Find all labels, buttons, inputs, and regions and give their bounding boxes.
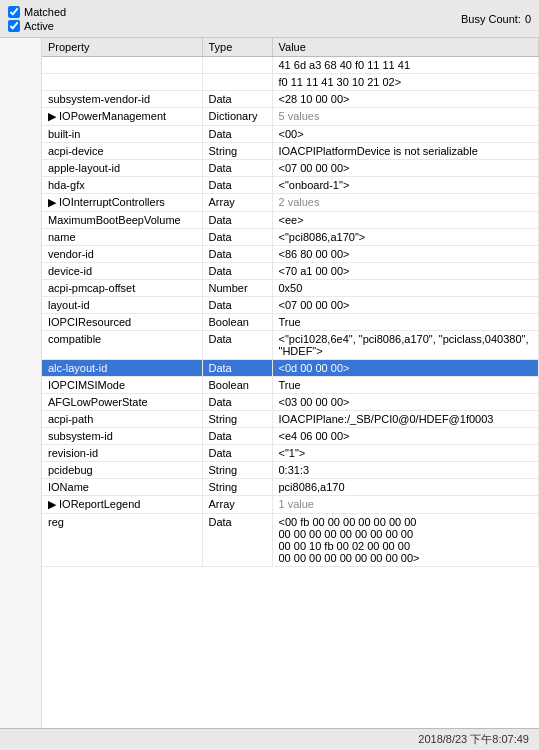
type-cell: Data xyxy=(202,246,272,263)
busy-count-label: Busy Count: xyxy=(461,13,521,25)
type-cell: Boolean xyxy=(202,377,272,394)
type-cell: String xyxy=(202,479,272,496)
table-row[interactable]: ▶ IOReportLegendArray1 value xyxy=(42,496,539,514)
table-row[interactable]: nameData<"pci8086,a170"> xyxy=(42,229,539,246)
property-cell: AFGLowPowerState xyxy=(42,394,202,411)
table-row[interactable]: IOPCIMSIModeBooleanTrue xyxy=(42,377,539,394)
active-checkbox-label[interactable]: Active xyxy=(8,20,66,32)
busy-count-value: 0 xyxy=(525,13,531,25)
table-row[interactable]: MaximumBootBeepVolumeData<ee> xyxy=(42,212,539,229)
table-area[interactable]: Property Type Value 41 6d a3 68 40 f0 11… xyxy=(42,38,539,728)
type-cell: Array xyxy=(202,496,272,514)
value-cell: <07 00 00 00> xyxy=(272,160,539,177)
value-cell: <70 a1 00 00> xyxy=(272,263,539,280)
type-cell: Data xyxy=(202,229,272,246)
property-cell: built-in xyxy=(42,126,202,143)
property-cell: ▶ IOReportLegend xyxy=(42,496,202,514)
property-cell xyxy=(42,74,202,91)
value-cell: <03 00 00 00> xyxy=(272,394,539,411)
table-row[interactable]: acpi-pmcap-offsetNumber0x50 xyxy=(42,280,539,297)
left-panel xyxy=(0,38,42,728)
property-cell: alc-layout-id xyxy=(42,360,202,377)
checkbox-group: Matched Active xyxy=(8,6,66,32)
value-cell: <ee> xyxy=(272,212,539,229)
property-cell: vendor-id xyxy=(42,246,202,263)
value-cell: <86 80 00 00> xyxy=(272,246,539,263)
matched-checkbox-label[interactable]: Matched xyxy=(8,6,66,18)
value-cell: <"pci1028,6e4", "pci8086,a170", "pciclas… xyxy=(272,331,539,360)
table-row[interactable]: revision-idData<"1"> xyxy=(42,445,539,462)
property-cell: acpi-path xyxy=(42,411,202,428)
busy-count-area: Busy Count: 0 xyxy=(461,13,531,25)
type-cell: String xyxy=(202,143,272,160)
property-cell: device-id xyxy=(42,263,202,280)
matched-label: Matched xyxy=(24,6,66,18)
table-row[interactable]: device-idData<70 a1 00 00> xyxy=(42,263,539,280)
col-header-type: Type xyxy=(202,38,272,57)
table-row[interactable]: apple-layout-idData<07 00 00 00> xyxy=(42,160,539,177)
table-row[interactable]: hda-gfxData<"onboard-1"> xyxy=(42,177,539,194)
type-cell: Data xyxy=(202,360,272,377)
table-row[interactable]: layout-idData<07 00 00 00> xyxy=(42,297,539,314)
table-row[interactable]: regData<00 fb 00 00 00 00 00 00 00 00 00… xyxy=(42,514,539,567)
value-cell: <07 00 00 00> xyxy=(272,297,539,314)
table-row[interactable]: IONameStringpci8086,a170 xyxy=(42,479,539,496)
property-cell: IOName xyxy=(42,479,202,496)
property-cell: name xyxy=(42,229,202,246)
property-cell: reg xyxy=(42,514,202,567)
value-cell: IOACPIPlatformDevice is not serializable xyxy=(272,143,539,160)
value-cell: 0:31:3 xyxy=(272,462,539,479)
property-cell: subsystem-id xyxy=(42,428,202,445)
property-cell: hda-gfx xyxy=(42,177,202,194)
type-cell: Data xyxy=(202,263,272,280)
table-row[interactable]: compatibleData<"pci1028,6e4", "pci8086,a… xyxy=(42,331,539,360)
table-row[interactable]: vendor-idData<86 80 00 00> xyxy=(42,246,539,263)
table-row[interactable]: subsystem-idData<e4 06 00 00> xyxy=(42,428,539,445)
active-checkbox[interactable] xyxy=(8,20,20,32)
property-cell: compatible xyxy=(42,331,202,360)
top-bar: Matched Active Busy Count: 0 xyxy=(0,0,539,38)
value-cell: <0d 00 00 00> xyxy=(272,360,539,377)
type-cell xyxy=(202,57,272,74)
property-cell: IOPCIMSIMode xyxy=(42,377,202,394)
matched-checkbox[interactable] xyxy=(8,6,20,18)
status-bar: 2018/8/23 下午8:07:49 xyxy=(0,728,539,750)
table-row[interactable]: pcidebugString0:31:3 xyxy=(42,462,539,479)
value-cell: <"1"> xyxy=(272,445,539,462)
table-row[interactable]: IOPCIResourcedBooleanTrue xyxy=(42,314,539,331)
type-cell: Data xyxy=(202,394,272,411)
property-cell: layout-id xyxy=(42,297,202,314)
type-cell: Data xyxy=(202,126,272,143)
value-cell: 0x50 xyxy=(272,280,539,297)
table-row[interactable]: built-inData<00> xyxy=(42,126,539,143)
table-row[interactable]: alc-layout-idData<0d 00 00 00> xyxy=(42,360,539,377)
property-cell: revision-id xyxy=(42,445,202,462)
value-cell: f0 11 11 41 30 10 21 02> xyxy=(272,74,539,91)
table-row[interactable]: ▶ IOInterruptControllersArray2 values xyxy=(42,194,539,212)
col-header-property: Property xyxy=(42,38,202,57)
table-row[interactable]: AFGLowPowerStateData<03 00 00 00> xyxy=(42,394,539,411)
type-cell: String xyxy=(202,411,272,428)
type-cell: Array xyxy=(202,194,272,212)
value-cell: True xyxy=(272,377,539,394)
property-cell: MaximumBootBeepVolume xyxy=(42,212,202,229)
value-cell: <"pci8086,a170"> xyxy=(272,229,539,246)
table-row[interactable]: acpi-pathStringIOACPIPlane:/_SB/PCI0@0/H… xyxy=(42,411,539,428)
table-row[interactable]: ▶ IOPowerManagementDictionary5 values xyxy=(42,108,539,126)
property-cell xyxy=(42,57,202,74)
type-cell: String xyxy=(202,462,272,479)
property-cell: apple-layout-id xyxy=(42,160,202,177)
type-cell: Data xyxy=(202,177,272,194)
property-cell: acpi-device xyxy=(42,143,202,160)
type-cell: Data xyxy=(202,297,272,314)
value-cell: <28 10 00 00> xyxy=(272,91,539,108)
table-row[interactable]: f0 11 11 41 30 10 21 02> xyxy=(42,74,539,91)
value-cell: <00 fb 00 00 00 00 00 00 00 00 00 00 00 … xyxy=(272,514,539,567)
property-cell: acpi-pmcap-offset xyxy=(42,280,202,297)
col-header-value: Value xyxy=(272,38,539,57)
table-row[interactable]: acpi-deviceStringIOACPIPlatformDevice is… xyxy=(42,143,539,160)
value-cell: IOACPIPlane:/_SB/PCI0@0/HDEF@1f0003 xyxy=(272,411,539,428)
table-row[interactable]: subsystem-vendor-idData<28 10 00 00> xyxy=(42,91,539,108)
table-row[interactable]: 41 6d a3 68 40 f0 11 11 41 xyxy=(42,57,539,74)
value-cell: 2 values xyxy=(272,194,539,212)
